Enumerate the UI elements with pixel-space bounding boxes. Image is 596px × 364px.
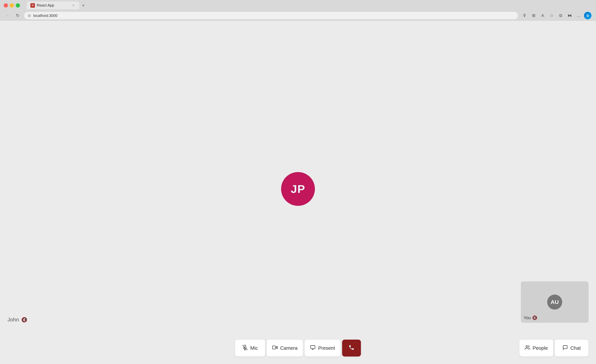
lock-icon: ⊙ — [28, 13, 31, 18]
present-icon — [310, 345, 315, 351]
address-bar-row: ← ↻ ⊙ localhost:3000 🎙 ⊞ A ☆ ⧉ ⧓ … b — [0, 11, 596, 21]
minimize-traffic-light[interactable] — [10, 3, 14, 7]
mic-toolbar-icon[interactable]: 🎙 — [521, 12, 529, 19]
self-label: You 🔇 — [524, 315, 537, 320]
participant-name-label: John 🔇 — [7, 317, 27, 323]
bing-icon[interactable]: b — [584, 12, 591, 19]
svg-marker-3 — [276, 346, 277, 349]
chat-button[interactable]: Chat — [555, 340, 589, 357]
self-muted-icon: 🔇 — [532, 315, 537, 320]
active-tab[interactable]: R React App × — [27, 1, 79, 9]
svg-point-8 — [526, 345, 528, 347]
star-toolbar-icon[interactable]: ☆ — [548, 12, 555, 19]
chat-icon — [563, 345, 568, 351]
address-bar[interactable]: ⊙ localhost:3000 — [24, 12, 518, 19]
title-bar: R React App × + — [0, 0, 596, 11]
svg-rect-5 — [311, 345, 315, 349]
control-bar: Mic Camera Present — [235, 340, 361, 357]
self-view-pip: AU You 🔇 — [521, 281, 589, 323]
toolbar-icons: 🎙 ⊞ A ☆ ⧉ ⧓ … b — [521, 12, 591, 19]
tab-favicon: R — [30, 3, 35, 8]
camera-button[interactable]: Camera — [267, 340, 303, 357]
people-button-label: People — [533, 345, 548, 351]
camera-button-label: Camera — [280, 345, 298, 351]
main-participant-avatar: JP — [281, 172, 315, 206]
new-tab-button[interactable]: + — [80, 2, 87, 9]
close-traffic-light[interactable] — [4, 3, 8, 7]
mic-button[interactable]: Mic — [235, 340, 265, 357]
present-button-label: Present — [318, 345, 335, 351]
participant-muted-icon: 🔇 — [21, 317, 27, 323]
end-call-button[interactable] — [342, 340, 361, 357]
people-button[interactable]: People — [519, 340, 553, 357]
tab-bar: R React App × + — [23, 1, 592, 9]
mic-button-label: Mic — [250, 345, 258, 351]
mic-icon — [242, 345, 248, 351]
split-toolbar-icon[interactable]: ⧉ — [557, 12, 565, 19]
chat-button-label: Chat — [570, 345, 581, 351]
camera-icon — [272, 345, 277, 351]
present-button[interactable]: Present — [305, 340, 341, 357]
traffic-lights — [4, 3, 20, 7]
back-button[interactable]: ← — [5, 12, 11, 19]
end-call-icon — [349, 344, 355, 352]
self-name-text: You — [524, 315, 531, 320]
people-icon — [525, 345, 530, 351]
refresh-button[interactable]: ↻ — [14, 12, 21, 19]
grid-toolbar-icon[interactable]: ⊞ — [530, 12, 537, 19]
more-toolbar-icon[interactable]: … — [575, 12, 582, 19]
browser-chrome: R React App × + ← ↻ ⊙ localhost:3000 🎙 ⊞… — [0, 0, 596, 21]
self-avatar: AU — [547, 295, 562, 310]
back-icon: ← — [6, 13, 10, 18]
extensions-toolbar-icon[interactable]: ⧓ — [566, 12, 574, 19]
refresh-icon: ↻ — [16, 13, 19, 18]
maximize-traffic-light[interactable] — [16, 3, 20, 7]
right-controls: People Chat — [519, 340, 589, 357]
read-toolbar-icon[interactable]: A — [539, 12, 546, 19]
svg-rect-4 — [272, 346, 276, 349]
tab-close-button[interactable]: × — [71, 3, 75, 7]
main-content: JP John 🔇 AU You 🔇 Mic — [0, 21, 596, 364]
url-text: localhost:3000 — [33, 14, 514, 18]
tab-title: React App — [37, 3, 69, 7]
participant-name-text: John — [7, 317, 19, 323]
